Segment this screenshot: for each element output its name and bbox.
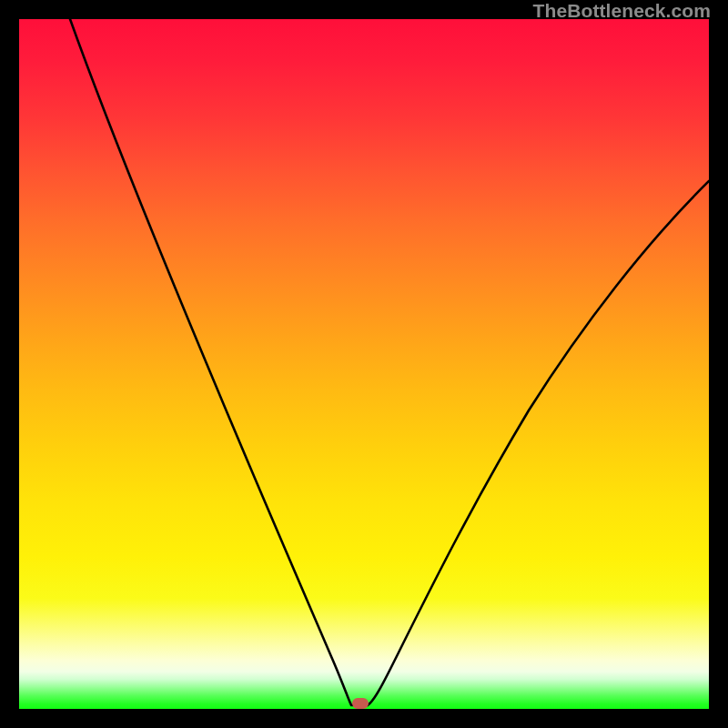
curve-right-branch (368, 181, 709, 705)
bottleneck-curve (19, 19, 709, 709)
optimum-marker (352, 698, 369, 709)
plot-area (19, 19, 709, 709)
chart-frame: TheBottleneck.com (0, 0, 728, 728)
curve-left-branch (70, 19, 368, 705)
